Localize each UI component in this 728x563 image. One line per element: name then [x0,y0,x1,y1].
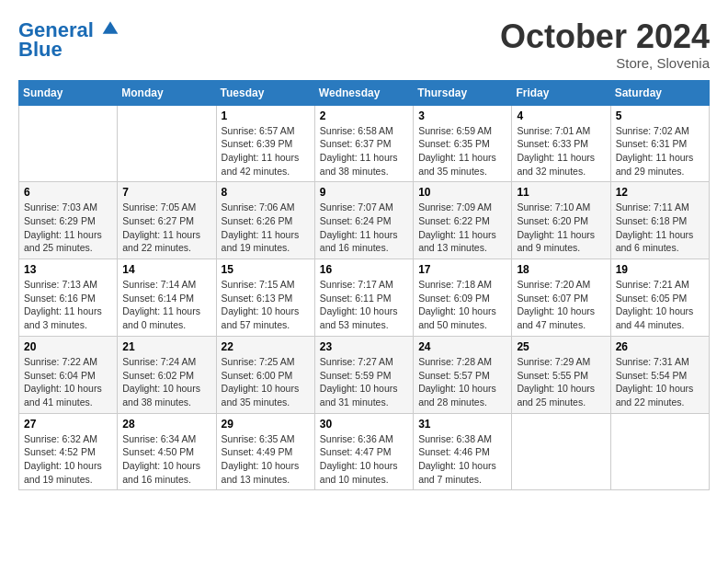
day-info: Sunrise: 7:18 AMSunset: 6:09 PMDaylight:… [418,278,506,332]
calendar-cell: 27Sunrise: 6:32 AMSunset: 4:52 PMDayligh… [19,413,118,490]
day-number: 19 [616,263,704,276]
calendar-cell: 13Sunrise: 7:13 AMSunset: 6:16 PMDayligh… [19,259,118,337]
day-info: Sunrise: 7:13 AMSunset: 6:16 PMDaylight:… [24,278,112,332]
day-info: Sunrise: 7:14 AMSunset: 6:14 PMDaylight:… [122,278,210,332]
day-info: Sunrise: 7:28 AMSunset: 5:57 PMDaylight:… [418,355,506,409]
day-info: Sunrise: 6:38 AMSunset: 4:46 PMDaylight:… [418,432,506,487]
day-info: Sunrise: 7:22 AMSunset: 6:04 PMDaylight:… [24,355,112,409]
calendar-cell [19,105,118,182]
day-number: 2 [320,109,408,122]
calendar-cell: 18Sunrise: 7:20 AMSunset: 6:07 PMDayligh… [512,259,610,337]
calendar-cell: 22Sunrise: 7:25 AMSunset: 6:00 PMDayligh… [216,336,314,413]
day-number: 27 [24,418,112,431]
weekday-header-row: SundayMondayTuesdayWednesdayThursdayFrid… [19,80,710,105]
day-number: 23 [320,340,408,353]
calendar-cell: 8Sunrise: 7:06 AMSunset: 6:26 PMDaylight… [216,182,314,259]
calendar-cell: 31Sunrise: 6:38 AMSunset: 4:46 PMDayligh… [414,413,512,490]
day-number: 8 [222,186,310,199]
day-number: 15 [222,263,310,276]
calendar-cell: 17Sunrise: 7:18 AMSunset: 6:09 PMDayligh… [414,259,512,337]
calendar-cell: 30Sunrise: 6:36 AMSunset: 4:47 PMDayligh… [314,413,413,490]
weekday-header: Friday [512,80,610,105]
day-number: 26 [616,340,704,353]
day-info: Sunrise: 6:59 AMSunset: 6:35 PMDaylight:… [418,124,506,178]
day-info: Sunrise: 7:10 AMSunset: 6:20 PMDaylight:… [517,201,605,255]
day-number: 7 [122,186,210,199]
day-info: Sunrise: 7:11 AMSunset: 6:18 PMDaylight:… [616,201,704,255]
day-info: Sunrise: 7:27 AMSunset: 5:59 PMDaylight:… [320,355,408,409]
day-info: Sunrise: 6:35 AMSunset: 4:49 PMDaylight:… [222,432,310,487]
day-number: 3 [418,109,506,122]
calendar-cell: 19Sunrise: 7:21 AMSunset: 6:05 PMDayligh… [610,259,709,337]
day-info: Sunrise: 7:31 AMSunset: 5:54 PMDaylight:… [616,355,704,409]
calendar-cell [512,413,610,490]
day-info: Sunrise: 7:17 AMSunset: 6:11 PMDaylight:… [320,278,408,332]
calendar-cell: 2Sunrise: 6:58 AMSunset: 6:37 PMDaylight… [314,105,413,182]
day-info: Sunrise: 7:29 AMSunset: 5:55 PMDaylight:… [517,355,605,409]
day-info: Sunrise: 7:06 AMSunset: 6:26 PMDaylight:… [222,201,310,255]
calendar-cell: 7Sunrise: 7:05 AMSunset: 6:27 PMDaylight… [118,182,216,259]
month-title: October 2024 [500,18,710,55]
day-number: 12 [616,186,704,199]
day-number: 24 [418,340,506,353]
day-number: 30 [320,418,408,431]
day-info: Sunrise: 7:09 AMSunset: 6:22 PMDaylight:… [418,201,506,255]
day-info: Sunrise: 6:58 AMSunset: 6:37 PMDaylight:… [320,124,408,178]
day-info: Sunrise: 6:57 AMSunset: 6:39 PMDaylight:… [222,124,310,178]
day-number: 21 [122,340,210,353]
calendar-week-row: 1Sunrise: 6:57 AMSunset: 6:39 PMDaylight… [19,105,710,182]
day-number: 20 [24,340,112,353]
day-info: Sunrise: 7:01 AMSunset: 6:33 PMDaylight:… [517,124,605,178]
calendar-cell: 14Sunrise: 7:14 AMSunset: 6:14 PMDayligh… [118,259,216,337]
day-info: Sunrise: 7:02 AMSunset: 6:31 PMDaylight:… [616,124,704,178]
calendar-week-row: 20Sunrise: 7:22 AMSunset: 6:04 PMDayligh… [19,336,710,413]
calendar-table: SundayMondayTuesdayWednesdayThursdayFrid… [18,80,710,491]
logo: General Blue [18,18,119,62]
calendar-cell [118,105,216,182]
calendar-cell: 9Sunrise: 7:07 AMSunset: 6:24 PMDaylight… [314,182,413,259]
day-number: 28 [122,418,210,431]
calendar-cell: 20Sunrise: 7:22 AMSunset: 6:04 PMDayligh… [19,336,118,413]
calendar-cell: 23Sunrise: 7:27 AMSunset: 5:59 PMDayligh… [314,336,413,413]
day-info: Sunrise: 7:25 AMSunset: 6:00 PMDaylight:… [222,355,310,409]
calendar-cell: 25Sunrise: 7:29 AMSunset: 5:55 PMDayligh… [512,336,610,413]
location: Store, Slovenia [500,55,710,71]
calendar-cell: 24Sunrise: 7:28 AMSunset: 5:57 PMDayligh… [414,336,512,413]
day-info: Sunrise: 7:07 AMSunset: 6:24 PMDaylight:… [320,201,408,255]
day-number: 9 [320,186,408,199]
day-info: Sunrise: 7:21 AMSunset: 6:05 PMDaylight:… [616,278,704,332]
day-number: 10 [418,186,506,199]
day-number: 5 [616,109,704,122]
logo-icon [101,18,119,37]
day-number: 11 [517,186,605,199]
day-info: Sunrise: 6:32 AMSunset: 4:52 PMDaylight:… [24,432,112,487]
header: General Blue October 2024 Store, Sloveni… [18,18,710,71]
day-number: 17 [418,263,506,276]
calendar-cell: 16Sunrise: 7:17 AMSunset: 6:11 PMDayligh… [314,259,413,337]
day-number: 13 [24,263,112,276]
weekday-header: Wednesday [314,80,413,105]
calendar-week-row: 27Sunrise: 6:32 AMSunset: 4:52 PMDayligh… [19,413,710,490]
calendar-week-row: 6Sunrise: 7:03 AMSunset: 6:29 PMDaylight… [19,182,710,259]
day-info: Sunrise: 7:20 AMSunset: 6:07 PMDaylight:… [517,278,605,332]
calendar-week-row: 13Sunrise: 7:13 AMSunset: 6:16 PMDayligh… [19,259,710,337]
calendar-cell: 11Sunrise: 7:10 AMSunset: 6:20 PMDayligh… [512,182,610,259]
day-number: 29 [222,418,310,431]
day-number: 4 [517,109,605,122]
weekday-header: Thursday [414,80,512,105]
day-info: Sunrise: 7:05 AMSunset: 6:27 PMDaylight:… [122,201,210,255]
day-number: 6 [24,186,112,199]
calendar-cell: 21Sunrise: 7:24 AMSunset: 6:02 PMDayligh… [118,336,216,413]
day-info: Sunrise: 7:03 AMSunset: 6:29 PMDaylight:… [24,201,112,255]
calendar-cell: 28Sunrise: 6:34 AMSunset: 4:50 PMDayligh… [118,413,216,490]
day-info: Sunrise: 6:34 AMSunset: 4:50 PMDaylight:… [122,432,210,487]
weekday-header: Saturday [610,80,709,105]
day-number: 22 [222,340,310,353]
weekday-header: Tuesday [216,80,314,105]
calendar-cell: 5Sunrise: 7:02 AMSunset: 6:31 PMDaylight… [610,105,709,182]
day-number: 18 [517,263,605,276]
calendar-cell: 1Sunrise: 6:57 AMSunset: 6:39 PMDaylight… [216,105,314,182]
calendar-cell: 6Sunrise: 7:03 AMSunset: 6:29 PMDaylight… [19,182,118,259]
day-info: Sunrise: 7:24 AMSunset: 6:02 PMDaylight:… [122,355,210,409]
weekday-header: Sunday [19,80,118,105]
